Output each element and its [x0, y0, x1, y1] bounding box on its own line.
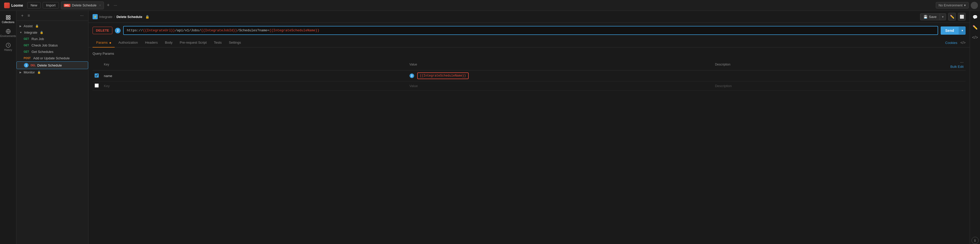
- info-icon-button[interactable]: ℹ: [972, 237, 979, 244]
- bulk-edit-button[interactable]: Bulk Edit: [950, 65, 964, 68]
- environment-selector[interactable]: No Environment ▾: [936, 2, 969, 8]
- url-bar: DELETE 2 https://{{IntegrateUrl}}/api/v1…: [88, 23, 970, 38]
- user-avatar[interactable]: [971, 2, 978, 9]
- sidebar-item-add-update-schedule[interactable]: POST Add or Update Schedule: [16, 55, 88, 62]
- params-table: Key Value Description ··· Bulk Edit: [92, 59, 966, 91]
- step-badge-1: 1: [24, 63, 29, 68]
- params-section: Query Params Key Value Description ··· B…: [88, 48, 970, 244]
- tab-close-icon[interactable]: ×: [99, 3, 101, 7]
- breadcrumb: ⚡ Integrate / Delete Schedule 🔒: [92, 14, 150, 19]
- empty-param-checkbox[interactable]: [95, 84, 99, 87]
- right-sidebar: 💬 ✏️ </> ℹ: [970, 11, 980, 244]
- app-logo: Loome: [2, 3, 25, 8]
- sidebar: + ≡ ··· ▶ Assist 🔒 ▼ Integrate 🔒 GET Run…: [16, 11, 88, 244]
- code-icon-button-right[interactable]: </>: [971, 33, 979, 41]
- sidebar-item-monitor[interactable]: ▶ Monitor 🔒: [16, 69, 88, 76]
- tab-headers-label: Headers: [145, 41, 158, 44]
- sidebar-item-check-job-status[interactable]: GET Check Job Status: [16, 42, 88, 49]
- main-layout: Collections Environments History + ≡ ··: [0, 11, 980, 244]
- nav-item-environments[interactable]: Environments: [1, 27, 16, 40]
- nav-item-history[interactable]: History: [1, 41, 16, 54]
- save-icon: 💾: [923, 15, 928, 19]
- svg-rect-1: [8, 16, 10, 17]
- add-collection-button[interactable]: +: [19, 13, 25, 19]
- tab-settings[interactable]: Settings: [225, 38, 245, 48]
- method-label: DEL: [30, 64, 36, 67]
- tab-body[interactable]: Body: [161, 38, 176, 48]
- url-var-schedule-name: {{IntegrateScheduleName}}: [269, 29, 319, 32]
- breadcrumb-separator: /: [114, 15, 115, 19]
- sidebar-top: + ≡ ···: [16, 11, 88, 21]
- sidebar-item-run-job[interactable]: GET Run Job: [16, 36, 88, 42]
- step-badge-3: 3: [409, 73, 414, 78]
- col-actions: ··· Bulk Edit: [945, 59, 966, 70]
- env-chevron: ▾: [964, 3, 966, 7]
- save-dropdown-button[interactable]: ▾: [940, 14, 946, 20]
- edit-icon-button-right[interactable]: ✏️: [971, 23, 979, 31]
- chevron-right-icon: ▶: [19, 25, 22, 27]
- group-label: Assist: [24, 24, 33, 28]
- tab-options-button[interactable]: ···: [113, 3, 118, 8]
- request-label: Check Job Status: [32, 43, 58, 47]
- sidebar-item-get-schedules[interactable]: GET Get Schedules: [16, 49, 88, 55]
- app-logo-icon: [4, 3, 10, 8]
- sidebar-item-integrate[interactable]: ▼ Integrate 🔒: [16, 29, 88, 36]
- col-checkbox: [92, 59, 102, 70]
- more-options-button[interactable]: ···: [960, 60, 964, 65]
- top-bar: Loome New Import DEL Delete Schedule × +…: [0, 0, 980, 11]
- param-row-name: name 3 {{IntegrateScheduleName}}: [92, 70, 966, 81]
- chat-icon-button[interactable]: 💬: [971, 13, 979, 21]
- param-value-schedule-name: {{IntegrateScheduleName}}: [417, 73, 469, 79]
- url-display[interactable]: https://{{IntegrateUrl}}/api/v1/Jobs/{{I…: [124, 27, 937, 35]
- header-actions: 💾 Save ▾ ✏️ ⬜: [920, 13, 966, 21]
- sidebar-item-assist[interactable]: ▶ Assist 🔒: [16, 23, 88, 29]
- tab-headers[interactable]: Headers: [142, 38, 161, 48]
- nav-collections-label: Collections: [2, 21, 14, 24]
- filter-button[interactable]: ≡: [26, 13, 31, 19]
- sidebar-more-button[interactable]: ···: [79, 13, 85, 19]
- method-label: GET: [24, 38, 29, 40]
- nav-item-collections[interactable]: Collections: [1, 13, 16, 26]
- app-name: Loome: [11, 3, 23, 8]
- edit-icon-button[interactable]: ✏️: [948, 13, 956, 21]
- sidebar-item-delete-schedule[interactable]: 1 DEL Delete Schedule: [16, 62, 88, 69]
- col-key: Key: [102, 59, 407, 70]
- preview-icon-button[interactable]: ⬜: [958, 13, 966, 21]
- send-dropdown-button[interactable]: ▾: [959, 27, 966, 35]
- tab-params[interactable]: Params: [92, 38, 115, 48]
- new-button[interactable]: New: [27, 2, 41, 8]
- left-nav: Collections Environments History: [0, 11, 16, 244]
- tab-params-label: Params: [96, 41, 108, 44]
- url-var-integrate-url: {{IntegrateUrl}}: [143, 29, 175, 32]
- group-label: Monitor: [24, 70, 35, 74]
- url-static-1: https://: [127, 29, 143, 32]
- lock-icon: 🔒: [37, 71, 41, 74]
- request-label: Get Schedules: [32, 50, 54, 54]
- method-label: GET: [24, 44, 29, 47]
- import-button[interactable]: Import: [43, 2, 59, 8]
- tab-authorization[interactable]: Authorization: [115, 38, 142, 48]
- send-button[interactable]: Send: [941, 27, 959, 35]
- tab-authorization-label: Authorization: [118, 41, 138, 44]
- tab-method-badge: DEL: [64, 4, 70, 7]
- url-static-3: /Schedules?name=: [237, 29, 269, 32]
- url-var-job-id: {{IntegrateJobId}}: [201, 29, 237, 32]
- active-tab[interactable]: DEL Delete Schedule ×: [61, 2, 104, 9]
- request-label: Add or Update Schedule: [33, 56, 70, 60]
- code-icon[interactable]: </>: [961, 41, 966, 45]
- new-tab-button[interactable]: +: [106, 3, 111, 8]
- step-number-2: 2: [115, 28, 121, 33]
- method-badge[interactable]: DELETE: [92, 27, 112, 34]
- method-label: GET: [24, 50, 29, 53]
- content-area: ⚡ Integrate / Delete Schedule 🔒 💾 Save ▾…: [88, 11, 970, 244]
- tabs-right: Cookies </>: [945, 41, 966, 45]
- empty-desc-placeholder: Description: [715, 84, 732, 88]
- save-label: Save: [929, 15, 937, 19]
- request-header: ⚡ Integrate / Delete Schedule 🔒 💾 Save ▾…: [88, 11, 970, 23]
- cookies-link[interactable]: Cookies: [945, 41, 958, 45]
- save-button[interactable]: 💾 Save: [920, 14, 940, 20]
- param-checkbox[interactable]: [95, 73, 99, 78]
- tab-pre-request-script[interactable]: Pre-request Script: [176, 38, 210, 48]
- tab-tests[interactable]: Tests: [210, 38, 225, 48]
- send-button-group: Send ▾: [941, 27, 966, 35]
